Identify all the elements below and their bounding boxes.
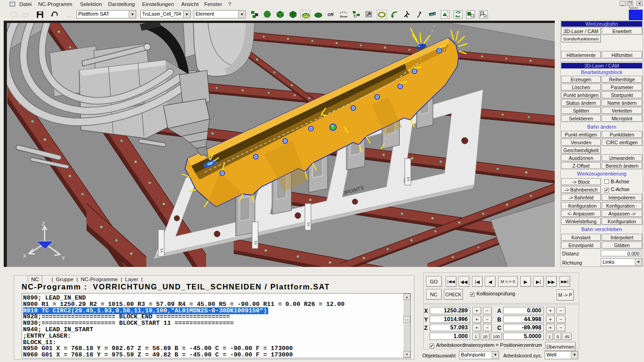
svg-text:X1: X1 — [253, 240, 258, 245]
svg-text:Y1: Y1 — [160, 248, 164, 253]
svg-text:X: X — [23, 253, 27, 259]
svg-text:Z: Z — [42, 221, 45, 226]
svg-text:Show: Show — [340, 15, 347, 18]
svg-text:X3: X3 — [406, 177, 410, 181]
svg-text:X1: X1 — [306, 222, 310, 226]
svg-text:Y: Y — [62, 255, 65, 261]
svg-text:Off: Off — [328, 12, 334, 17]
